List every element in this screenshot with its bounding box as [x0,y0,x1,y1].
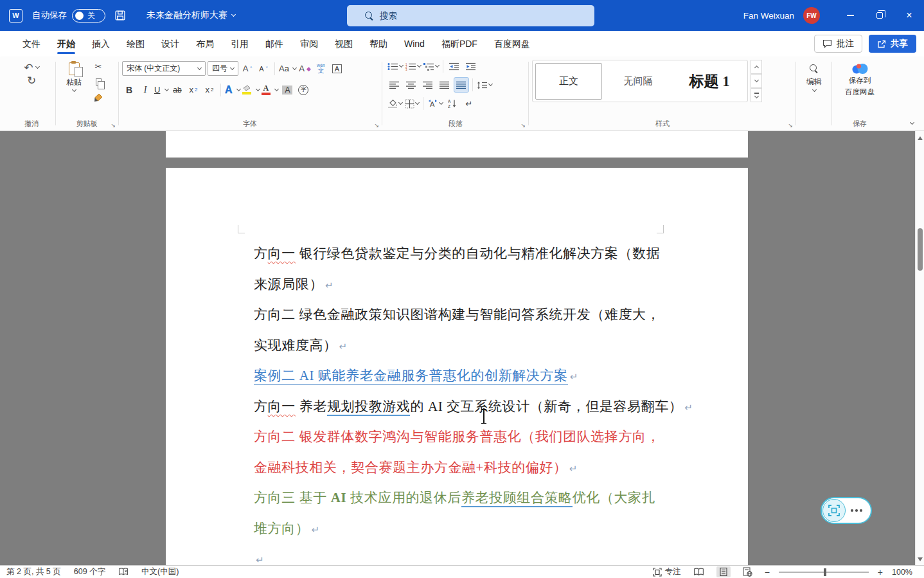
doc-line-1[interactable]: 方向一 银行绿色贷款鉴定与分类的自动化与精准化解决方案（数据 [254,245,660,262]
doc-line-3[interactable]: 方向二 绿色金融政策知识图谱构建与智能问答系统开发（难度大， [254,306,660,323]
document-title[interactable]: 未来金融分析师大赛 [147,10,235,21]
zoom-slider-thumb[interactable] [824,568,827,576]
tab-福昕PDF[interactable]: 福昕PDF [433,31,486,57]
zoom-out-button[interactable]: − [765,567,770,577]
format-painter-button[interactable] [91,91,105,104]
bullets-button[interactable] [387,59,404,74]
clear-formatting-button[interactable]: A◆ [298,61,312,76]
screenshot-tool-pill[interactable] [821,497,872,524]
user-name[interactable]: Fan Weixuan [743,11,794,21]
minimize-button[interactable] [835,0,865,31]
close-button[interactable]: × [894,0,924,31]
strikethrough-button[interactable]: ab [170,82,184,97]
tab-引用[interactable]: 引用 [222,31,257,57]
tab-插入[interactable]: 插入 [84,31,118,57]
align-left-button[interactable] [387,77,402,93]
subscript-button[interactable]: x2 [186,82,200,97]
tab-视图[interactable]: 视图 [326,31,361,57]
word-app-icon[interactable]: W [9,9,22,23]
tab-绘图[interactable]: 绘图 [118,31,153,57]
underline-button[interactable]: U [154,82,168,97]
proofing-button[interactable] [118,568,129,576]
increase-indent-button[interactable] [463,59,479,74]
autosave-toggle[interactable]: 自动保存 关 [32,9,105,23]
style-card-无间隔[interactable]: 无间隔 [605,63,671,100]
font-dialog-launcher[interactable]: ↘ [374,122,379,129]
tab-设计[interactable]: 设计 [153,31,188,57]
multilevel-list-button[interactable] [423,59,440,74]
focus-mode-button[interactable]: 专注 [653,566,681,577]
style-card-标题 1[interactable]: 标题 1 [674,63,745,100]
tab-审阅[interactable]: 审阅 [292,31,326,57]
text-effects-button[interactable]: A [225,82,240,97]
bold-button[interactable]: B [122,82,136,97]
tab-Wind[interactable]: Wind [396,31,433,57]
ellipsis-icon[interactable] [851,509,862,512]
avatar[interactable]: FW [803,7,820,24]
save-to-baidu-button[interactable]: 保存到 百度网盘 [833,57,887,97]
doc-line-6[interactable]: 方向一 养老规划投教游戏的 AI 交互系统设计（新奇，但是容易翻车）↵ [254,398,693,415]
tab-布局[interactable]: 布局 [188,31,222,57]
zoom-level[interactable]: 100% [892,568,912,577]
sort-button[interactable]: AZ [445,96,460,111]
tab-帮助[interactable]: 帮助 [361,31,396,57]
tab-百度网盘[interactable]: 百度网盘 [486,31,538,57]
shading-button[interactable] [387,96,403,111]
font-size-select[interactable]: 四号 [208,61,238,76]
doc-line-8[interactable]: 金融科技相关，契合赛题主办方金融+科技的偏好）↵ [254,459,578,476]
font-name-select[interactable]: 宋体 (中文正文) [122,61,206,76]
justify-button[interactable] [437,77,452,93]
highlight-button[interactable] [242,82,260,97]
scroll-up-arrow[interactable] [918,136,923,140]
character-shading-button[interactable]: A [280,82,294,97]
doc-line-10[interactable]: 堆方向）↵ [254,520,320,537]
doc-line-7[interactable]: 方向二 银发群体数字鸿沟与智能服务普惠化（我们团队选择方向， [254,428,660,446]
doc-line-4[interactable]: 实现难度高）↵ [254,337,348,354]
doc-line-2[interactable]: 来源局限）↵ [254,276,333,293]
style-scroll-down-button[interactable] [751,74,762,88]
comments-button[interactable]: 批注 [814,35,862,53]
style-gallery-more-button[interactable] [751,88,762,102]
autosave-switch[interactable]: 关 [72,9,105,23]
scrollbar-thumb[interactable] [918,228,923,271]
borders-button[interactable] [404,96,420,111]
distribute-button[interactable] [454,77,469,93]
language-indicator[interactable]: 中文(中国) [141,566,179,577]
undo-button[interactable]: ↶ [24,62,39,73]
cut-button[interactable]: ✂ [91,60,105,73]
style-scroll-up-button[interactable] [751,60,762,74]
font-color-button[interactable]: A [262,82,279,97]
print-layout-button[interactable] [716,566,731,577]
change-case-button[interactable]: Aa [279,61,296,76]
character-border-button[interactable]: A [330,61,344,76]
read-mode-button[interactable] [690,567,707,577]
numbering-button[interactable]: 123 [405,59,422,74]
style-card-正文[interactable]: 正文 [535,63,602,100]
doc-line-11[interactable]: ↵ [254,550,264,565]
superscript-button[interactable]: x2 [202,82,217,97]
line-spacing-button[interactable] [476,77,493,93]
asian-layout-button[interactable]: A [427,96,443,111]
show-marks-button[interactable]: ↵ [461,96,477,111]
italic-button[interactable]: I [138,82,152,97]
decrease-indent-button[interactable] [447,59,462,74]
editing-button[interactable]: 编辑 [798,57,830,91]
align-right-button[interactable] [420,77,436,93]
enclose-characters-button[interactable]: 字 [296,82,310,97]
doc-line-5[interactable]: 案例二 AI 赋能养老金融服务普惠化的创新解决方案↵ [254,367,578,384]
collapse-ribbon-chevron[interactable] [910,120,914,125]
zoom-slider[interactable] [779,572,869,573]
tab-邮件[interactable]: 邮件 [257,31,292,57]
screenshot-capture-button[interactable] [822,499,846,522]
grow-font-button[interactable]: Aˆ [240,61,254,76]
shrink-font-button[interactable]: Aˇ [256,61,271,76]
share-button[interactable]: 共享 [869,35,916,53]
copy-button[interactable] [91,76,105,88]
page-indicator[interactable]: 第 2 页, 共 5 页 [6,566,61,577]
redo-button[interactable]: ↻ [27,75,36,86]
styles-dialog-launcher[interactable]: ↘ [788,122,793,129]
paste-button[interactable]: 粘贴 [60,60,87,91]
scroll-down-arrow[interactable] [918,557,923,561]
align-center-button[interactable] [404,77,419,93]
zoom-in-button[interactable]: + [878,567,883,577]
